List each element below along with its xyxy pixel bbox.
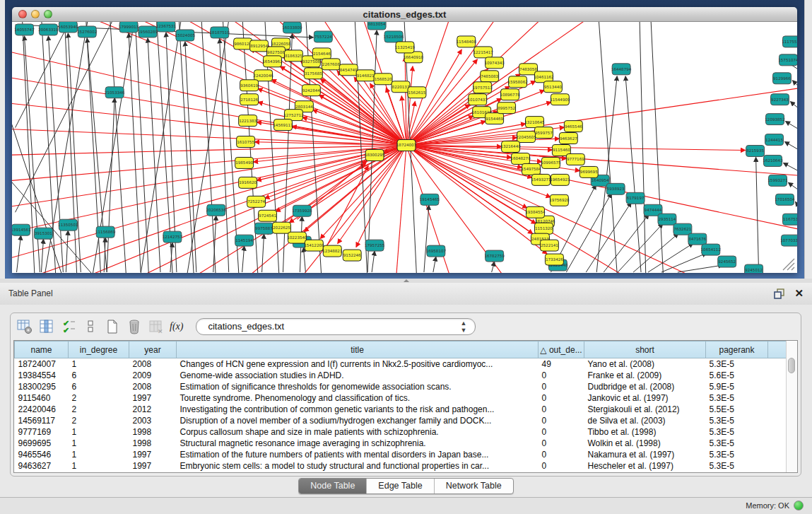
cell-in_degree[interactable]: 2 (69, 392, 129, 404)
graph-node[interactable]: 2154646 (312, 48, 331, 59)
table-row[interactable]: 1456911722003Disruption of a novel membe… (15, 415, 787, 426)
resize-grip[interactable] (780, 256, 796, 271)
memory-status-led[interactable] (794, 501, 804, 510)
cell-out_degree[interactable]: 0 (539, 415, 584, 426)
graph-node[interactable]: 17359928 (292, 205, 312, 216)
cell-name[interactable]: 9465546 (15, 449, 69, 460)
graph-node[interactable]: 9152246 (343, 250, 361, 261)
graph-node[interactable]: 9463627 (559, 133, 577, 144)
cell-title[interactable]: Tourette syndrome. Phenomenology and cla… (177, 392, 539, 404)
cell-short[interactable]: Jankovic et al. (1997) (584, 392, 706, 404)
network-canvas[interactable]: 1872400714055747200633191605394015276002… (12, 22, 797, 273)
column-header-title[interactable]: title (177, 341, 539, 358)
graph-node[interactable]: 1568520 (374, 74, 392, 85)
graph-node[interactable]: 11548408 (457, 36, 477, 47)
graph-node[interactable]: 9227343 (771, 94, 789, 105)
table-row[interactable]: 969969511998Structural magnetic resonanc… (15, 438, 787, 449)
column-header-in_degree[interactable]: in_degree (69, 341, 129, 358)
graph-node[interactable]: 7485083 (481, 71, 499, 82)
graph-node[interactable]: 9242844 (302, 85, 320, 96)
cell-out_degree[interactable]: 49 (539, 358, 584, 370)
cell-out_degree[interactable]: 0 (539, 438, 584, 449)
cell-pagerank[interactable]: 5.3E-5 (706, 358, 768, 370)
graph-node[interactable]: 2718126 (240, 94, 259, 105)
graph-node[interactable]: 6179197 (626, 192, 645, 204)
graph-node[interactable]: 1562615 (408, 87, 426, 98)
graph-node[interactable]: 15218506 (384, 31, 404, 42)
cell-pagerank[interactable]: 5.5E-5 (706, 404, 768, 415)
cell-pagerank[interactable]: 5.3E-5 (706, 449, 768, 460)
cell-out_degree[interactable]: 0 (539, 381, 584, 392)
scrollbar-thumb[interactable] (788, 358, 795, 373)
graph-node[interactable]: 10996575 (541, 157, 561, 168)
new-column-button[interactable] (104, 318, 121, 335)
cell-in_degree[interactable]: 6 (69, 370, 129, 381)
cell-title[interactable]: Genome-wide association studies in ADHD. (177, 370, 539, 381)
cell-name[interactable]: 9463627 (15, 460, 69, 472)
column-header-out_degree[interactable]: △ out_de... (539, 341, 584, 358)
graph-node[interactable]: 7252274 (247, 196, 266, 207)
table-row[interactable]: 946554611997Estimation of the future num… (15, 449, 787, 460)
graph-node[interactable]: 14569117 (273, 119, 293, 131)
graph-node[interactable]: 9245012 (745, 264, 763, 273)
network-table-select[interactable]: citations_edges.txt ▲▼ (196, 318, 476, 335)
tab-network-table[interactable]: Network Table (434, 479, 513, 493)
cell-title[interactable]: Estimation of the future numbers of pati… (177, 449, 539, 460)
graph-node[interactable]: 19757513 (472, 82, 493, 93)
cell-out_degree[interactable]: 0 (539, 404, 584, 415)
cell-pagerank[interactable]: 5.3E-5 (706, 460, 768, 472)
graph-node[interactable]: 2522141 (540, 240, 558, 251)
graph-node[interactable]: 16210643 (763, 155, 783, 166)
graph-node[interactable]: 9724541 (259, 210, 277, 221)
graph-node[interactable]: 3175685 (304, 68, 322, 79)
graph-node[interactable]: 19756928 (549, 194, 570, 206)
cell-year[interactable]: 2008 (129, 358, 177, 370)
delete-column-button[interactable] (126, 318, 143, 335)
graph-node[interactable]: 8215935 (746, 146, 765, 157)
graph-node[interactable]: 13216440 (500, 141, 521, 153)
cell-short[interactable]: Franke et al. (2009) (584, 370, 706, 381)
graph-node[interactable]: 13914561 (12, 224, 31, 235)
graph-node[interactable]: 9860124 (234, 38, 252, 49)
graph-node[interactable]: 8471676 (688, 233, 707, 245)
cell-pagerank[interactable]: 5.3E-5 (706, 392, 768, 404)
cell-out_degree[interactable]: 0 (539, 370, 584, 381)
cell-year[interactable]: 1998 (129, 426, 177, 438)
cell-year[interactable]: 2009 (129, 370, 177, 381)
cell-short[interactable]: Dudbridge et al. (2008) (584, 381, 706, 392)
graph-node[interactable]: 9975887 (255, 223, 273, 234)
cell-title[interactable]: Structural magnetic resonance image aver… (177, 438, 539, 449)
float-panel-icon[interactable] (774, 288, 785, 302)
graph-node[interactable]: 17016504 (775, 194, 795, 205)
graph-node[interactable]: 9465546 (564, 121, 582, 132)
graph-node[interactable]: 18187510 (210, 27, 230, 38)
graph-node[interactable]: 10107437 (468, 94, 488, 105)
graph-node[interactable]: 7557224 (314, 31, 332, 42)
graph-node[interactable]: 9360619 (240, 80, 259, 91)
cell-short[interactable]: de Silva et al. (2003) (584, 415, 706, 426)
network-window[interactable]: citations_edges.txt 18724007140557472006… (12, 7, 797, 273)
cell-pagerank[interactable]: 5.3E-5 (706, 438, 768, 449)
cell-title[interactable]: Estimation of significance thresholds fo… (177, 381, 539, 392)
graph-node[interactable]: 19654923 (550, 174, 570, 185)
graph-node[interactable]: 1145194 (235, 235, 254, 246)
graph-node[interactable]: 16033809 (282, 22, 302, 33)
graph-node[interactable]: 2022625 (273, 222, 291, 233)
graph-node[interactable]: 10896778 (500, 89, 520, 100)
graph-node[interactable]: 8813054 (367, 22, 386, 30)
graph-node[interactable]: 10974343 (484, 57, 505, 69)
graph-node[interactable]: 10223540 (287, 232, 307, 243)
cell-in_degree[interactable]: 6 (69, 381, 129, 392)
column-header-name[interactable]: name (15, 341, 69, 358)
cell-year[interactable]: 2008 (129, 381, 177, 392)
graph-node[interactable]: 11350501 (58, 219, 78, 230)
cell-title[interactable]: Investigating the contribution of common… (177, 404, 539, 415)
graph-node[interactable]: 9599757 (534, 127, 553, 139)
cell-pagerank[interactable]: 5.9E-5 (706, 381, 768, 392)
cell-short[interactable]: Nakamura et al. (1997) (584, 449, 706, 460)
table-row[interactable]: 1872400712008Changes of HCN gene express… (15, 358, 787, 370)
cell-year[interactable]: 2003 (129, 415, 177, 426)
graph-node[interactable]: 15493271 (531, 174, 551, 185)
graph-node[interactable]: 8995752 (498, 103, 516, 114)
graph-node[interactable]: 15993271 (767, 175, 788, 186)
